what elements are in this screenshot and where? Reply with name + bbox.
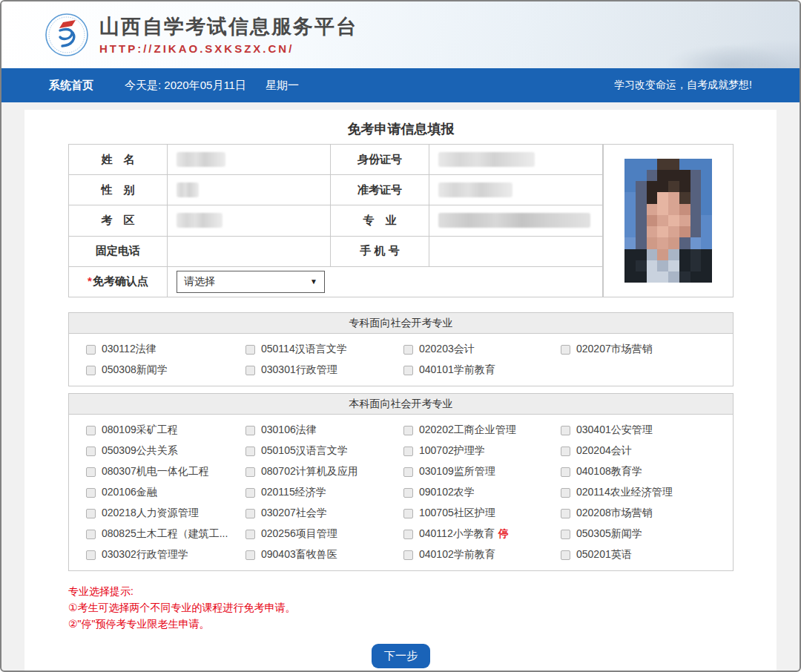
major-item: 020207市场营销 (561, 339, 733, 360)
site-title: 山西自学考试信息服务平台 (99, 15, 357, 39)
major-checkbox[interactable] (561, 447, 570, 456)
ticket-number-value-masked (438, 182, 512, 197)
major-checkbox[interactable] (86, 345, 96, 355)
major-checkbox[interactable] (403, 488, 413, 498)
major-checkbox[interactable] (561, 509, 570, 518)
applicant-photo (624, 159, 712, 283)
mobile-value (429, 236, 603, 266)
id-number-value-masked (438, 152, 535, 167)
major-checkbox[interactable] (86, 366, 96, 375)
nav-weekday-text: 星期一 (266, 79, 299, 93)
major-checkbox[interactable] (561, 530, 570, 539)
major-label: 020207市场营销 (576, 343, 653, 356)
major-checkbox[interactable] (403, 426, 413, 435)
major-checkbox[interactable] (561, 345, 570, 355)
major-label: 030112法律 (102, 343, 156, 356)
major-label: 090102农学 (419, 486, 475, 499)
major-item: 030106法律 (245, 420, 403, 441)
major-item: 100705社区护理 (403, 503, 561, 524)
major-checkbox[interactable] (403, 550, 413, 560)
major-label: 030302行政管理学 (102, 548, 188, 561)
table-row: *免考确认点 请选择 ▼ (69, 266, 603, 297)
nav-home-link[interactable]: 系统首页 (49, 79, 93, 93)
major-item: 020256项目管理 (245, 524, 403, 544)
notes-line: ①考生可选择两个不同专业的课程进行免考申请。 (68, 599, 734, 616)
major-checkbox[interactable] (245, 530, 255, 539)
gender-value-masked (177, 182, 199, 197)
table-row: 固定电话 手 机 号 (69, 236, 603, 266)
major-label: 020204会计 (576, 444, 632, 458)
major-checkbox[interactable] (245, 447, 255, 456)
major-label: 080702计算机及应用 (261, 465, 358, 478)
major-label: 030301行政管理 (261, 363, 337, 377)
major-checkbox-grid: 080109采矿工程 030106法律 020202工商企业管理 (69, 415, 733, 570)
major-label: 050308新闻学 (102, 363, 168, 377)
major-checkbox[interactable] (561, 426, 570, 435)
major-label: 040102学前教育 (419, 548, 495, 561)
site-header: 山西自学考试信息服务平台 HTTP://ZIKAO.SXKSZX.CN/ (1, 1, 800, 68)
major-item: 090403畜牧兽医 (245, 544, 403, 565)
confirm-point-select[interactable]: 请选择 ▼ (177, 271, 325, 293)
major-label: 020202工商企业管理 (419, 424, 516, 437)
major-checkbox[interactable] (403, 530, 413, 539)
major-label: 020203会计 (419, 343, 475, 356)
major-checkbox[interactable] (86, 550, 96, 560)
major-item: 030109监所管理 (403, 461, 561, 482)
major-checkbox[interactable] (561, 550, 570, 560)
site-url: HTTP://ZIKAO.SXKSZX.CN/ (99, 42, 357, 55)
content-area: 免考申请信息填报 姓 名 身份证号 性 别 准考证号 (1, 102, 800, 671)
major-item: 040101学前教育 (403, 360, 561, 381)
landline-value (168, 236, 331, 266)
major-item: 020203会计 (403, 339, 561, 360)
major-checkbox[interactable] (245, 509, 255, 518)
required-asterisk: * (88, 274, 92, 287)
major-checkbox[interactable] (86, 426, 96, 435)
major-checkbox[interactable] (245, 550, 255, 560)
next-step-button[interactable]: 下一步 (372, 644, 430, 668)
name-value-masked (177, 152, 225, 167)
gender-label: 性 别 (69, 175, 168, 205)
applicant-info-table: 姓 名 身份证号 性 别 准考证号 考 区 专 业 (68, 144, 603, 297)
select-value: 请选择 (184, 275, 215, 289)
major-checkbox[interactable] (86, 488, 96, 498)
major-checkbox[interactable] (245, 467, 255, 477)
page-frame: 山西自学考试信息服务平台 HTTP://ZIKAO.SXKSZX.CN/ 系统首… (0, 0, 801, 672)
major-checkbox[interactable] (245, 366, 255, 375)
major-item: 030302行政管理学 (86, 544, 245, 565)
exam-district-label: 考 区 (69, 205, 168, 236)
major-item: 020106金融 (86, 482, 245, 503)
chevron-down-icon: ▼ (310, 277, 317, 286)
major-item: 020208市场营销 (561, 503, 733, 524)
major-checkbox[interactable] (403, 366, 413, 375)
major-checkbox[interactable] (403, 509, 413, 518)
major-checkbox[interactable] (403, 447, 413, 456)
major-checkbox[interactable] (86, 467, 96, 477)
form-card: 免考申请信息填报 姓 名 身份证号 性 别 准考证号 (24, 110, 777, 671)
major-checkbox[interactable] (245, 426, 255, 435)
major-item: 030112法律 (86, 339, 245, 360)
major-checkbox[interactable] (403, 467, 413, 477)
major-item: 090102农学 (403, 482, 561, 503)
major-label: 080109采矿工程 (102, 424, 178, 437)
major-item: 030207社会学 (245, 503, 403, 524)
applicant-info-row: 姓 名 身份证号 性 别 准考证号 考 区 专 业 (68, 144, 734, 297)
major-item: 030401公安管理 (561, 420, 733, 441)
mobile-label: 手 机 号 (331, 236, 429, 266)
nav-bar: 系统首页 今天是: 2020年05月11日 星期一 学习改变命运，自考成就梦想! (1, 68, 800, 102)
major-item: 050308新闻学 (86, 360, 245, 381)
major-item: 040102学前教育 (403, 544, 561, 565)
major-item: 030301行政管理 (245, 360, 403, 381)
major-selection-notes: 专业选择提示: ①考生可选择两个不同专业的课程进行免考申请。 ②"停"预停考专业… (68, 583, 734, 632)
major-checkbox[interactable] (86, 509, 96, 518)
major-checkbox[interactable] (86, 447, 96, 456)
major-checkbox[interactable] (245, 345, 255, 355)
major-checkbox[interactable] (245, 488, 255, 498)
major-checkbox[interactable] (403, 345, 413, 355)
major-checkbox[interactable] (86, 530, 96, 539)
major-item: 080825土木工程（建筑工... (86, 524, 245, 544)
notes-title: 专业选择提示: (68, 583, 734, 599)
name-label: 姓 名 (69, 145, 168, 175)
major-checkbox[interactable] (561, 488, 570, 498)
major-item: 080109采矿工程 (86, 420, 245, 441)
major-checkbox[interactable] (561, 467, 570, 477)
